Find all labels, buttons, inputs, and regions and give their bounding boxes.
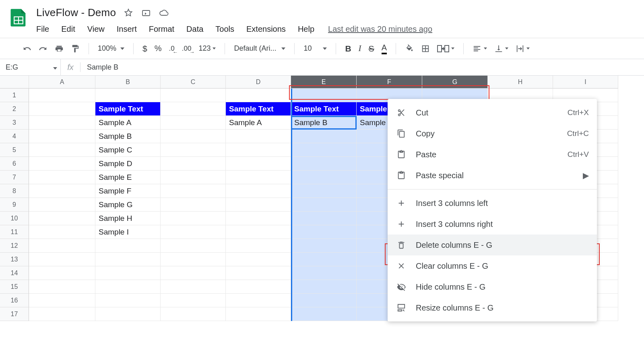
cell-C11[interactable] (161, 225, 226, 239)
col-header-B[interactable]: B (95, 76, 161, 89)
cell-D17[interactable] (226, 307, 291, 321)
menu-file[interactable]: File (36, 25, 49, 34)
cell-C6[interactable] (161, 157, 226, 171)
redo-button[interactable] (36, 43, 50, 55)
row-header-10[interactable]: 10 (0, 212, 29, 225)
halign-button[interactable] (470, 43, 489, 55)
cell-D5[interactable] (226, 143, 291, 157)
cell-C14[interactable] (161, 266, 226, 280)
ctx-resize-columns-e-g[interactable]: Resize columns E - G (388, 297, 597, 318)
cell-B10[interactable]: Sample H (95, 212, 161, 225)
row-header-4[interactable]: 4 (0, 130, 29, 143)
cell-E15[interactable] (291, 280, 357, 294)
cell-D10[interactable] (226, 212, 291, 225)
cell-C16[interactable] (161, 294, 226, 307)
cell-D12[interactable] (226, 239, 291, 253)
row-header-11[interactable]: 11 (0, 225, 29, 239)
percent-button[interactable]: % (152, 42, 164, 55)
cell-D8[interactable] (226, 184, 291, 198)
cell-C15[interactable] (161, 280, 226, 294)
cell-D11[interactable] (226, 225, 291, 239)
dec-decrease-button[interactable]: .0← (167, 43, 177, 54)
cell-B4[interactable]: Sample B (95, 130, 161, 143)
zoom-select[interactable]: 100% (95, 43, 127, 54)
cell-E3[interactable]: Sample B (291, 116, 357, 130)
cell-B8[interactable]: Sample F (95, 184, 161, 198)
cell-D2[interactable]: Sample Text (226, 102, 291, 116)
cell-E14[interactable] (291, 266, 357, 280)
wrap-button[interactable] (513, 43, 532, 55)
cell-C17[interactable] (161, 307, 226, 321)
cell-E6[interactable] (291, 157, 357, 171)
font-select[interactable]: Default (Ari... (231, 43, 288, 54)
cell-A13[interactable] (29, 253, 95, 266)
col-header-C[interactable]: C (161, 76, 226, 89)
col-header-I[interactable]: I (553, 76, 618, 89)
cell-E8[interactable] (291, 184, 357, 198)
cell-A9[interactable] (29, 198, 95, 212)
ctx-cut[interactable]: CutCtrl+X (388, 102, 597, 123)
cell-E1[interactable] (291, 89, 357, 102)
cell-B13[interactable] (95, 253, 161, 266)
cell-C9[interactable] (161, 198, 226, 212)
row-header-1[interactable]: 1 (0, 89, 29, 102)
undo-button[interactable] (20, 43, 34, 55)
cell-A16[interactable] (29, 294, 95, 307)
star-icon[interactable] (123, 8, 134, 18)
row-header-6[interactable]: 6 (0, 157, 29, 171)
cell-B1[interactable] (95, 89, 161, 102)
cell-B15[interactable] (95, 280, 161, 294)
row-header-17[interactable]: 17 (0, 307, 29, 321)
cell-C2[interactable] (161, 102, 226, 116)
col-header-E[interactable]: E (291, 76, 357, 89)
cell-B3[interactable]: Sample A (95, 116, 161, 130)
cell-E7[interactable] (291, 171, 357, 184)
textcolor-button[interactable]: A (379, 41, 389, 56)
row-header-13[interactable]: 13 (0, 253, 29, 266)
cell-D3[interactable]: Sample A (226, 116, 291, 130)
cell-E9[interactable] (291, 198, 357, 212)
row-header-2[interactable]: 2 (0, 102, 29, 116)
fontsize-select[interactable]: 10 (301, 43, 329, 54)
sheets-logo[interactable] (8, 7, 29, 28)
cell-A14[interactable] (29, 266, 95, 280)
ctx-insert-3-columns-left[interactable]: Insert 3 columns left (388, 193, 597, 214)
cell-B16[interactable] (95, 294, 161, 307)
cell-A4[interactable] (29, 130, 95, 143)
cell-A8[interactable] (29, 184, 95, 198)
col-header-A[interactable]: A (29, 76, 95, 89)
cell-A11[interactable] (29, 225, 95, 239)
cell-B14[interactable] (95, 266, 161, 280)
cell-E11[interactable] (291, 225, 357, 239)
row-header-12[interactable]: 12 (0, 239, 29, 253)
cell-D1[interactable] (226, 89, 291, 102)
cell-D7[interactable] (226, 171, 291, 184)
cell-C12[interactable] (161, 239, 226, 253)
ctx-clear-columns-e-g[interactable]: Clear columns E - G (388, 255, 597, 276)
menu-extensions[interactable]: Extensions (246, 25, 286, 34)
paintformat-button[interactable] (68, 43, 82, 55)
cell-E16[interactable] (291, 294, 357, 307)
cell-E5[interactable] (291, 143, 357, 157)
cell-E2[interactable]: Sample Text (291, 102, 357, 116)
menu-edit[interactable]: Edit (61, 25, 75, 34)
cell-C13[interactable] (161, 253, 226, 266)
dec-increase-button[interactable]: .00→ (180, 43, 194, 54)
cell-C5[interactable] (161, 143, 226, 157)
cell-A17[interactable] (29, 307, 95, 321)
menu-insert[interactable]: Insert (117, 25, 137, 34)
cell-B6[interactable]: Sample D (95, 157, 161, 171)
last-edit-link[interactable]: Last edit was 20 minutes ago (328, 25, 432, 34)
col-header-F[interactable]: F (357, 76, 422, 89)
row-header-9[interactable]: 9 (0, 198, 29, 212)
col-header-D[interactable]: D (226, 76, 291, 89)
row-header-16[interactable]: 16 (0, 294, 29, 307)
col-header-H[interactable]: H (488, 76, 553, 89)
cell-E4[interactable] (291, 130, 357, 143)
cell-A5[interactable] (29, 143, 95, 157)
cell-A12[interactable] (29, 239, 95, 253)
cloud-icon[interactable] (159, 8, 169, 18)
ctx-delete-columns-e-g[interactable]: Delete columns E - G (388, 235, 597, 255)
currency-button[interactable]: $ (140, 42, 150, 55)
ctx-hide-columns-e-g[interactable]: Hide columns E - G (388, 276, 597, 297)
